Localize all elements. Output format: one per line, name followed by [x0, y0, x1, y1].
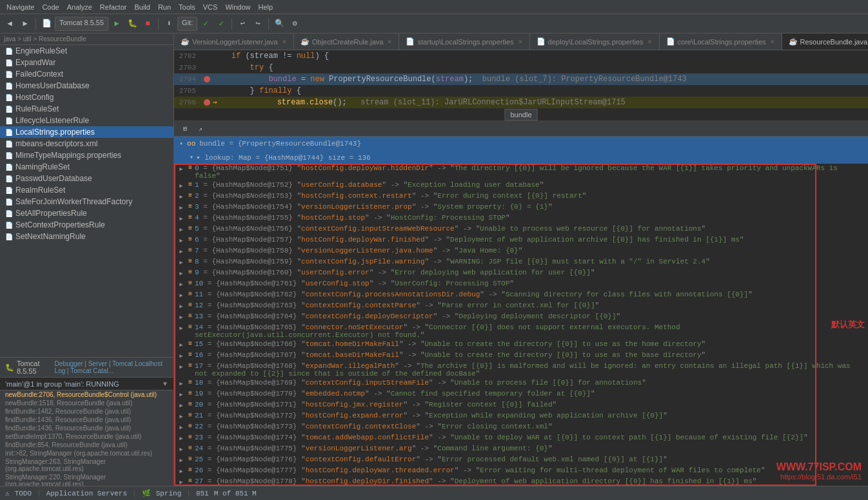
tomcat-dropdown[interactable]: Tomcat 8.5.55	[55, 17, 108, 31]
tree-item-ruleruleset[interactable]: 📄 RuleRuleSet	[0, 103, 173, 115]
menu-code[interactable]: Code	[38, 3, 63, 11]
tree-item-realmruleset[interactable]: 📄 RealmRuleSet	[0, 184, 173, 196]
var-row-25[interactable]: ▶ ≡ 25 = {HashMap$Node@1776} "contextCon…	[174, 455, 868, 466]
lookup-selected-row[interactable]: ▾ ▾ lookup: Map = {HashMap@1744} size = …	[174, 151, 868, 164]
var-row-5[interactable]: ▶ ≡ 5 = {HashMap$Node@1756} "contextConf…	[174, 224, 868, 235]
tree-item-mimetypemappings[interactable]: 📄 MimeTypeMappings.properties	[0, 149, 173, 161]
var-row-23[interactable]: ▶ ≡ 23 = {HashMap$Node@1774} "tomcat.add…	[174, 433, 868, 444]
breakpoint-2704[interactable]	[204, 76, 210, 82]
debug-btn[interactable]: 🐛	[125, 17, 139, 31]
var-row-2[interactable]: ▶ ≡ 2 = {HashMap$Node@1753} "hostConfig.…	[174, 191, 868, 202]
var-row-15[interactable]: ▶ ≡ 15 = {HashMap$Node@1766} "tomcat.hom…	[174, 340, 868, 351]
var-row-13[interactable]: ▶ ≡ 13 = {HashMap$Node@1764} "contextCon…	[174, 312, 868, 323]
frame-item-7[interactable]: init:>82, StringManager (org.apache.tomc…	[0, 449, 173, 457]
debug-toolbar-btn[interactable]: ⊞	[178, 122, 192, 136]
menu-analyze[interactable]: Analyze	[63, 3, 96, 11]
var-row-0[interactable]: ▶ ≡ 0 = {HashMap$Node@1751} "hostConfig.…	[174, 164, 868, 180]
stop-btn[interactable]: ■	[141, 17, 155, 31]
git-check-btn[interactable]: ✓	[199, 17, 213, 31]
tab-close-0[interactable]: ✕	[282, 39, 287, 45]
tab-close-4[interactable]: ✕	[770, 39, 775, 45]
status-spring[interactable]: Spring	[156, 490, 182, 497]
menu-build[interactable]: Build	[130, 3, 153, 11]
frame-item-4[interactable]: findBundle:1436, ResourceBundle (java.ut…	[0, 424, 173, 432]
tree-item-setallproperties[interactable]: 📄 SetAllPropertiesRule	[0, 207, 173, 219]
tab-objectcreate[interactable]: ☕ ObjectCreateRule.java ✕	[294, 34, 400, 50]
tab-versionlogger[interactable]: ☕ VersionLoggerListener.java ✕	[174, 34, 294, 50]
var-row-14[interactable]: ▶ ≡ 14 = {HashMap$Node@1765} "connector.…	[174, 323, 868, 340]
tree-item-failedcontext[interactable]: 📄 FailedContext	[0, 68, 173, 80]
tab-core-localstrings[interactable]: 📄 core\LocalStrings.properties ✕	[660, 34, 782, 50]
frame-item-8[interactable]: StringManager:263, StringManager (org.ap…	[0, 457, 173, 473]
frame-item-3[interactable]: findBundle:1436, ResourceBundle (java.ut…	[0, 416, 173, 424]
frame-item-0[interactable]: newBundle:2706, ResourceBundle$Control (…	[0, 390, 173, 399]
var-row-20[interactable]: ▶ ≡ 20 = {HashMap$Node@1771} "hostConfig…	[174, 400, 868, 411]
forward-btn[interactable]: ▶	[18, 17, 32, 31]
status-app-servers[interactable]: Application Servers	[46, 490, 127, 497]
menu-window[interactable]: Window	[221, 3, 254, 11]
git-check2-btn[interactable]: ✓	[214, 17, 228, 31]
frame-item-5[interactable]: setBundleImpl:1370, ResourceBundle (java…	[0, 432, 173, 441]
var-row-1[interactable]: ▶ ≡ 1 = {HashMap$Node@1752} "userConfig.…	[174, 180, 868, 191]
redo-btn[interactable]: ↪	[251, 17, 265, 31]
var-row-7[interactable]: ▶ ≡ 7 = {HashMap$Node@1758} "versionLogg…	[174, 246, 868, 257]
git-update-btn[interactable]: ⬇	[162, 17, 176, 31]
tree-item-namingruleset[interactable]: 📄 NamingRuleSet	[0, 161, 173, 173]
tree-item-localstrings[interactable]: 📄 LocalStrings.properties	[0, 126, 173, 138]
menu-navigate[interactable]: Navigate	[3, 3, 38, 11]
menu-help[interactable]: Help	[255, 3, 277, 11]
menu-run[interactable]: Run	[154, 3, 175, 11]
var-row-22[interactable]: ▶ ≡ 22 = {HashMap$Node@1773} "contextCon…	[174, 422, 868, 433]
debug-expand-btn[interactable]: ↗	[193, 122, 208, 136]
tree-item-safeforjoin[interactable]: 📄 SafeForJoinWorkerThreadFactory	[0, 196, 173, 207]
frame-item-6[interactable]: findBundle:854, ResourceBundle (java.uti…	[0, 441, 173, 449]
var-row-8[interactable]: ▶ ≡ 8 = {HashMap$Node@1759} "contextConf…	[174, 257, 868, 268]
tree-item-mbeans[interactable]: 📄 mbeans-descriptors.xml	[0, 138, 173, 149]
frame-item-2[interactable]: findBundle:1482, ResourceBundle (java.ut…	[0, 407, 173, 416]
var-row-6[interactable]: ▶ ≡ 6 = {HashMap$Node@1757} "hostConfig.…	[174, 235, 868, 246]
var-row-4[interactable]: ▶ ≡ 4 = {HashMap$Node@1755} "hostConfig.…	[174, 213, 868, 224]
frame-item-9[interactable]: StringManager:220, StringManager (org.ap…	[0, 473, 173, 486]
var-row-16[interactable]: ▶ ≡ 16 = {HashMap$Node@1767} "tomcat.bas…	[174, 351, 868, 361]
tab-deploy-localstrings[interactable]: 📄 deploy\LocalStrings.properties ✕	[530, 34, 660, 50]
var-row-18[interactable]: ▶ ≡ 18 = {HashMap$Node@1769} "contextCon…	[174, 378, 868, 389]
tab-close-2[interactable]: ✕	[518, 39, 523, 45]
tree-item-hostconfig[interactable]: 📄 HostConfig	[0, 91, 173, 103]
tree-item-setcontextproperties[interactable]: 📄 SetContextPropertiesRule	[0, 219, 173, 231]
menu-tools[interactable]: Tools	[175, 3, 199, 11]
var-row-27[interactable]: ▶ ≡ 27 = {HashMap$Node@1778} "hostConfig…	[174, 477, 868, 486]
tree-item-engineruleset[interactable]: 📄 EngineRuleSet	[0, 45, 173, 57]
breakpoint-2706[interactable]	[204, 99, 210, 106]
tree-item-setnextnaming[interactable]: 📄 SetNextNamingRule	[0, 231, 173, 242]
tab-close-3[interactable]: ✕	[647, 39, 653, 45]
tab-resourcebundle[interactable]: ☕ ResourceBundle.java ✕	[782, 34, 868, 50]
back-btn[interactable]: ◀	[3, 17, 17, 31]
search-btn[interactable]: 🔍	[272, 17, 286, 31]
tree-item-passwduserdatabase[interactable]: 📄 PasswdUserDatabase	[0, 173, 173, 184]
var-row-10[interactable]: ▶ ≡ 10 = {HashMap$Node@1761} "userConfig…	[174, 279, 868, 290]
menu-vcs[interactable]: VCS	[199, 3, 222, 11]
var-row-3[interactable]: ▶ ≡ 3 = {HashMap$Node@1754} "versionLogg…	[174, 202, 868, 213]
tree-item-homesuserdatabase[interactable]: 📄 HomesUserDatabase	[0, 80, 173, 91]
var-row-11[interactable]: ▶ ≡ 11 = {HashMap$Node@1762} "contextCon…	[174, 290, 868, 301]
var-row-24[interactable]: ▶ ≡ 24 = {HashMap$Node@1775} "versionLog…	[174, 444, 868, 455]
var-row-17[interactable]: ▶ ≡ 17 = {HashMap$Node@1768} "expandWar.…	[174, 361, 868, 378]
var-row-12[interactable]: ▶ ≡ 12 = {HashMap$Node@1763} "contextCon…	[174, 301, 868, 312]
var-row-26[interactable]: ▶ ≡ 26 = {HashMap$Node@1777} "hostConfig…	[174, 466, 868, 477]
settings-btn[interactable]: ⚙	[288, 17, 302, 31]
tree-item-lifecyclelistenerrule[interactable]: 📄 LifecycleListenerRule	[0, 115, 173, 126]
tree-item-expandwar[interactable]: 📄 ExpandWar	[0, 57, 173, 68]
var-row-21[interactable]: ▶ ≡ 21 = {HashMap$Node@1772} "hostConfig…	[174, 411, 868, 422]
code-editor[interactable]: 2702 if (stream != null) { 2703 try { 27…	[174, 50, 868, 121]
var-row-19[interactable]: ▶ ≡ 19 = {HashMap$Node@1770} "embedded.n…	[174, 389, 868, 400]
tab-startup-localstrings[interactable]: 📄 startup\LocalStrings.properties ✕	[399, 34, 529, 50]
frame-item-1[interactable]: newBundle:1518, ResourceBundle (java.uti…	[0, 399, 173, 407]
debug-bundle-row[interactable]: ▾ oo bundle = {PropertyResourceBundle@17…	[174, 137, 868, 151]
status-todo[interactable]: TODO	[15, 490, 32, 497]
undo-btn[interactable]: ↩	[235, 17, 250, 31]
recent-files-btn[interactable]: 📄	[39, 17, 54, 31]
tab-close-1[interactable]: ✕	[387, 39, 392, 45]
menu-refactor[interactable]: Refactor	[96, 3, 131, 11]
var-row-9[interactable]: ▶ ≡ 9 = {HashMap$Node@1760} "userConfig.…	[174, 268, 868, 279]
run-btn[interactable]: ▶	[110, 17, 124, 31]
